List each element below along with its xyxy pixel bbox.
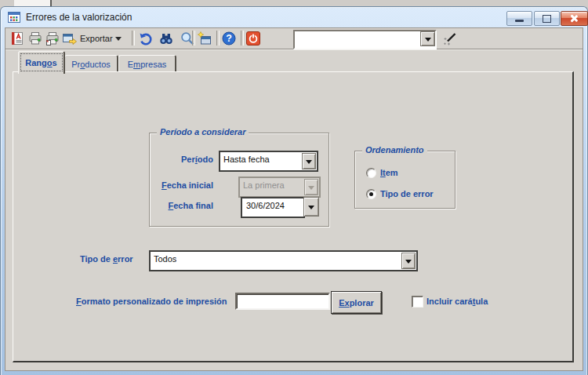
radio-tipo-de-error[interactable]	[366, 189, 376, 199]
titlebar[interactable]: Errores de la valorización	[1, 7, 587, 27]
radio-item-label[interactable]: Item	[380, 168, 398, 177]
tipo-error-value: Todos	[154, 254, 176, 264]
fecha-final-field[interactable]: 30/6/2024	[241, 197, 305, 218]
tab-empresas-label: Empresas	[128, 60, 167, 69]
close-button[interactable]	[561, 11, 588, 26]
tab-productos[interactable]: Productos	[64, 55, 118, 73]
export-icon	[62, 31, 78, 46]
new-window-icon	[197, 31, 212, 46]
dropdown-arrow-icon	[306, 160, 312, 167]
formato-input[interactable]	[235, 293, 330, 310]
fecha-final-value: 30/6/2024	[246, 201, 285, 210]
dropdown-arrow-icon	[425, 38, 431, 45]
exit-button[interactable]	[245, 30, 262, 47]
tipo-error-dropdown-button[interactable]	[401, 253, 416, 269]
formato-label: Formato personalizado de impresión	[76, 297, 227, 306]
periodo-dropdown-button[interactable]	[302, 153, 316, 169]
report-icon	[9, 31, 25, 46]
radio-dot	[369, 192, 373, 196]
wizard-button[interactable]	[441, 30, 459, 47]
find-button[interactable]	[158, 30, 175, 47]
toolbar: Exportar	[5, 28, 583, 49]
tab-rangos-label: Rangos	[25, 58, 56, 67]
tipo-error-combobox[interactable]: Todos	[149, 250, 418, 271]
print-button[interactable]	[27, 30, 44, 47]
svg-text:?: ?	[226, 33, 232, 44]
minimize-button[interactable]	[506, 11, 532, 26]
report-button[interactable]	[9, 30, 26, 47]
incluir-caratula-checkbox[interactable]	[412, 296, 423, 308]
restore-icon	[543, 15, 551, 23]
radio-tipo-de-error-label[interactable]: Tipo de error	[380, 189, 434, 198]
periodo-combobox[interactable]: Hasta fecha	[219, 151, 318, 172]
find-icon	[158, 31, 174, 46]
toolbar-search-combobox[interactable]	[293, 30, 437, 49]
undo-button[interactable]	[137, 30, 154, 47]
chevron-down-icon	[115, 37, 122, 44]
tab-productos-label: Productos	[71, 60, 111, 69]
ordenamiento-group-title: Ordenamiento	[362, 145, 427, 155]
minimize-icon	[515, 20, 524, 22]
radio-item[interactable]	[366, 168, 376, 178]
tab-rangos[interactable]: Rangos	[18, 51, 65, 74]
dialog-client-area: Exportar	[5, 27, 583, 371]
fecha-inicial-value: La primera	[243, 180, 285, 190]
fecha-inicial-combobox-disabled: La primera	[238, 177, 321, 198]
toolbar-combo-dropdown-button[interactable]	[420, 31, 435, 46]
export-label: Exportar	[80, 34, 113, 43]
periodo-group-title: Período a considerar	[157, 127, 249, 137]
restore-button[interactable]	[534, 11, 560, 26]
dropdown-arrow-icon	[308, 206, 314, 213]
wand-icon	[442, 31, 458, 46]
window-title: Errores de la valorización	[26, 12, 132, 23]
screenshot-root: { "window": { "title": "Errores de la va…	[0, 0, 588, 375]
tipo-error-label: Tipo de error	[80, 254, 133, 264]
toolbar-separator	[216, 31, 220, 46]
explorar-button-label: Explorar	[339, 298, 374, 308]
undo-icon	[138, 31, 154, 46]
dialog-window: Errores de la valorización	[0, 6, 588, 375]
export-button[interactable]: Exportar	[59, 30, 125, 47]
fecha-final-dropdown-button[interactable]	[303, 197, 319, 217]
exit-icon	[245, 31, 261, 46]
tabpage-rangos: Período a considerar Período Hasta fecha…	[13, 71, 574, 362]
fecha-inicial-label: Fecha inicial	[123, 180, 213, 190]
dropdown-arrow-icon	[405, 260, 412, 267]
fecha-final-label: Fecha final	[123, 201, 213, 210]
window-icon	[8, 11, 20, 24]
fecha-inicial-dropdown-button	[304, 179, 318, 195]
help-icon: ?	[221, 31, 237, 46]
print-setup-icon	[45, 31, 60, 46]
tab-empresas[interactable]: Empresas	[118, 55, 176, 73]
toolbar-separator	[132, 31, 135, 46]
dropdown-arrow-icon	[308, 186, 314, 193]
print-icon	[27, 31, 43, 46]
help-button[interactable]: ?	[220, 30, 238, 47]
explorar-button[interactable]: Explorar	[331, 291, 382, 314]
new-window-button[interactable]	[196, 30, 213, 47]
toolbar-separator	[192, 31, 195, 46]
periodo-value: Hasta fecha	[223, 155, 270, 164]
periodo-label: Período	[123, 155, 213, 164]
incluir-caratula-label[interactable]: Incluir carátula	[426, 297, 488, 306]
toolbar-separator	[241, 31, 244, 46]
ordenamiento-groupbox: Ordenamiento	[354, 151, 456, 209]
